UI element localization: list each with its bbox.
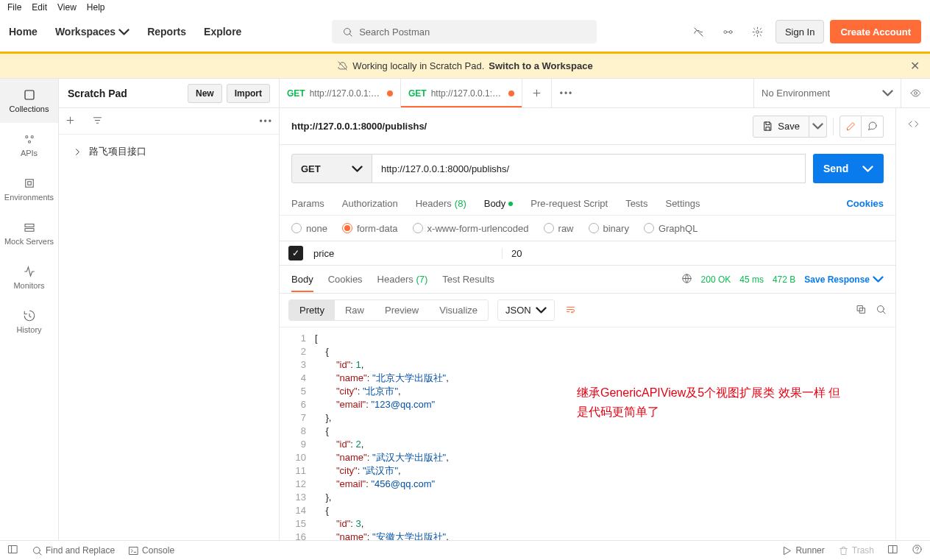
settings-icon[interactable] bbox=[746, 20, 770, 43]
left-rail: Collections APIs Environments Mock Serve… bbox=[0, 79, 59, 540]
svg-rect-10 bbox=[25, 224, 34, 227]
layout-icon[interactable] bbox=[887, 544, 898, 557]
resp-tests[interactable]: Test Results bbox=[442, 274, 494, 285]
body-type-selector: none form-data x-www-form-urlencoded raw… bbox=[280, 216, 895, 241]
svg-rect-8 bbox=[25, 180, 33, 188]
new-button[interactable]: New bbox=[188, 84, 222, 103]
menubar[interactable]: File Edit View Help bbox=[0, 0, 930, 15]
save-dropdown[interactable] bbox=[809, 116, 827, 138]
row-checkbox[interactable]: ✓ bbox=[288, 246, 303, 260]
tab-prereq[interactable]: Pre-request Script bbox=[530, 198, 608, 209]
save-button[interactable]: Save bbox=[753, 116, 809, 138]
resp-body[interactable]: Body bbox=[291, 274, 313, 292]
tab-1[interactable]: GEThttp://127.0.0.1:8000/pu bbox=[401, 79, 522, 107]
runner[interactable]: Runner bbox=[781, 545, 824, 556]
tab-more[interactable]: ••• bbox=[552, 79, 581, 107]
view-preview[interactable]: Preview bbox=[375, 300, 429, 320]
comment-icon[interactable] bbox=[862, 116, 884, 138]
response-time: 45 ms bbox=[739, 274, 764, 285]
menu-file[interactable]: File bbox=[7, 2, 21, 13]
svg-point-3 bbox=[756, 30, 759, 33]
menu-edit[interactable]: Edit bbox=[32, 2, 47, 13]
response-body[interactable]: 1234567891011121314151617 [ { "id": 1, "… bbox=[280, 327, 895, 540]
filter-icon[interactable] bbox=[92, 115, 103, 128]
rail-mock-servers[interactable]: Mock Servers bbox=[0, 211, 58, 255]
body-formdata[interactable]: form-data bbox=[342, 223, 398, 234]
add-icon[interactable] bbox=[65, 115, 76, 128]
svg-rect-4 bbox=[25, 91, 34, 99]
rail-apis[interactable]: APIs bbox=[0, 123, 58, 167]
env-preview-icon[interactable] bbox=[901, 79, 930, 107]
tab-0[interactable]: GEThttp://127.0.0.1:8000/bi bbox=[280, 79, 401, 107]
sidebar-more[interactable]: ••• bbox=[259, 116, 273, 127]
menu-view[interactable]: View bbox=[57, 2, 77, 13]
svg-rect-9 bbox=[27, 182, 31, 185]
response-size: 472 B bbox=[773, 274, 795, 285]
row-value[interactable]: 20 bbox=[502, 248, 895, 259]
menu-help[interactable]: Help bbox=[87, 2, 105, 13]
code-icon[interactable] bbox=[908, 118, 919, 132]
tab-auth[interactable]: Authorization bbox=[342, 198, 398, 209]
env-selector[interactable]: No Environment bbox=[753, 79, 901, 107]
status-bar: Find and Replace Console Runner Trash bbox=[0, 540, 930, 560]
sync-off-icon[interactable] bbox=[687, 20, 711, 43]
nav-workspaces[interactable]: Workspaces bbox=[55, 26, 129, 38]
banner-link[interactable]: Switch to a Workspace bbox=[489, 60, 592, 71]
capture-icon[interactable] bbox=[717, 20, 740, 43]
body-binary[interactable]: binary bbox=[589, 223, 629, 234]
tab-settings[interactable]: Settings bbox=[665, 198, 700, 209]
body-graphql[interactable]: GraphQL bbox=[644, 223, 698, 234]
tab-params[interactable]: Params bbox=[291, 198, 324, 209]
row-key[interactable]: price bbox=[310, 248, 502, 259]
cookies-link[interactable]: Cookies bbox=[846, 198, 884, 209]
trash[interactable]: Trash bbox=[838, 545, 874, 556]
nav-reports[interactable]: Reports bbox=[147, 26, 186, 38]
help-icon[interactable] bbox=[912, 544, 923, 557]
create-account-button[interactable]: Create Account bbox=[830, 20, 921, 43]
resp-headers[interactable]: Headers (7) bbox=[377, 274, 428, 285]
tab-body[interactable]: Body bbox=[484, 198, 514, 209]
url-input[interactable]: http://127.0.0.1:8000/publishs/ bbox=[372, 154, 806, 183]
edit-icon[interactable] bbox=[840, 116, 862, 138]
send-button[interactable]: Send bbox=[813, 154, 884, 183]
request-title[interactable]: http://127.0.0.1:8000/publishs/ bbox=[291, 121, 427, 132]
view-raw[interactable]: Raw bbox=[335, 300, 375, 320]
copy-icon[interactable] bbox=[856, 304, 867, 317]
svg-rect-17 bbox=[9, 546, 17, 553]
search-response-icon[interactable] bbox=[876, 304, 887, 317]
nav-explore[interactable]: Explore bbox=[204, 26, 241, 38]
scratch-pad-banner: Working locally in Scratch Pad. Switch t… bbox=[0, 52, 930, 78]
console[interactable]: Console bbox=[128, 545, 174, 556]
resp-cookies[interactable]: Cookies bbox=[328, 274, 363, 285]
tab-add[interactable] bbox=[522, 79, 552, 107]
sidebar-toggle[interactable] bbox=[7, 544, 18, 557]
rail-collections[interactable]: Collections bbox=[0, 79, 58, 123]
network-icon[interactable] bbox=[681, 273, 692, 286]
tab-headers[interactable]: Headers (8) bbox=[416, 198, 466, 209]
rail-history[interactable]: History bbox=[0, 300, 58, 344]
view-visualize[interactable]: Visualize bbox=[429, 300, 488, 320]
method-selector[interactable]: GET bbox=[291, 154, 372, 183]
signin-button[interactable]: Sign In bbox=[775, 20, 824, 43]
formdata-row[interactable]: ✓ price 20 bbox=[280, 241, 895, 266]
banner-close[interactable]: ✕ bbox=[910, 59, 920, 73]
save-response[interactable]: Save Response bbox=[804, 274, 884, 285]
collection-item[interactable]: 路飞项目接口 bbox=[59, 141, 279, 163]
wrap-icon[interactable] bbox=[561, 300, 581, 322]
annotation-text: 继承GenericAPIView及5个视图扩展类 效果一样 但是代码更简单了 bbox=[577, 383, 849, 422]
svg-point-6 bbox=[31, 136, 33, 138]
nav-home[interactable]: Home bbox=[9, 26, 38, 38]
search-input[interactable]: Search Postman bbox=[332, 20, 597, 43]
import-button[interactable]: Import bbox=[227, 84, 270, 103]
body-none[interactable]: none bbox=[291, 223, 327, 234]
request-tabs: Params Authorization Headers (8) Body Pr… bbox=[280, 192, 895, 216]
view-pretty[interactable]: Pretty bbox=[289, 300, 335, 320]
lang-selector[interactable]: JSON bbox=[497, 300, 555, 321]
body-raw[interactable]: raw bbox=[544, 223, 574, 234]
rail-monitors[interactable]: Monitors bbox=[0, 255, 58, 300]
body-urlform[interactable]: x-www-form-urlencoded bbox=[413, 223, 529, 234]
tab-tests[interactable]: Tests bbox=[625, 198, 647, 209]
svg-point-2 bbox=[730, 30, 733, 33]
find-replace[interactable]: Find and Replace bbox=[32, 545, 115, 556]
rail-environments[interactable]: Environments bbox=[0, 167, 58, 211]
